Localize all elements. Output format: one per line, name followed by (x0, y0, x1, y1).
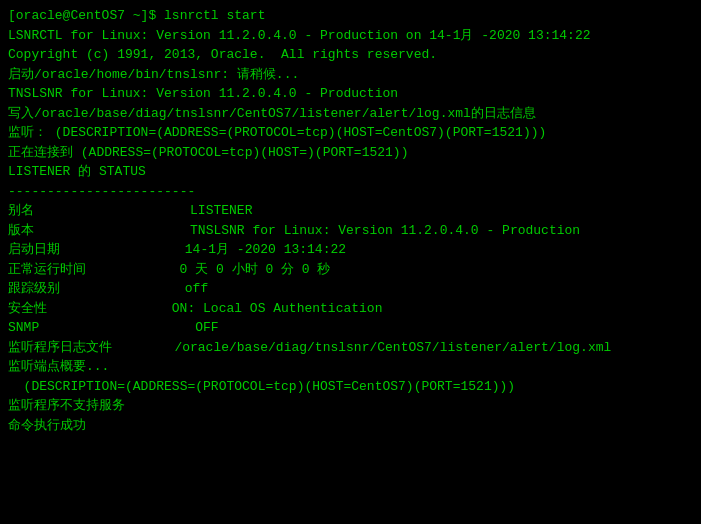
terminal-line-listen-desc: 监听： (DESCRIPTION=(ADDRESS=(PROTOCOL=tcp)… (8, 123, 693, 143)
terminal-line-connecting: 正在连接到 (ADDRESS=(PROTOCOL=tcp)(HOST=)(POR… (8, 143, 693, 163)
terminal-line-security-label: 安全性 ON: Local OS Authentication (8, 299, 693, 319)
terminal-line-startdate-label: 启动日期 14-1月 -2020 13:14:22 (8, 240, 693, 260)
terminal-line-starting: 启动/oracle/home/bin/tnslsnr: 请稍候... (8, 65, 693, 85)
terminal-line-copyright: Copyright (c) 1991, 2013, Oracle. All ri… (8, 45, 693, 65)
terminal-line-separator: ------------------------ (8, 182, 693, 202)
terminal-line-lsnrctl-version: LSNRCTL for Linux: Version 11.2.0.4.0 - … (8, 26, 693, 46)
terminal-line-snmp-label: SNMP OFF (8, 318, 693, 338)
terminal-line-no-services: 监听程序不支持服务 (8, 396, 693, 416)
terminal-line-endpoints-desc: (DESCRIPTION=(ADDRESS=(PROTOCOL=tcp)(HOS… (8, 377, 693, 397)
terminal-line-prompt: [oracle@CentOS7 ~]$ lsnrctl start (8, 6, 693, 26)
terminal-line-version-label: 版本 TNSLSNR for Linux: Version 11.2.0.4.0… (8, 221, 693, 241)
terminal-line-alias-label: 别名 LISTENER (8, 201, 693, 221)
terminal-line-listener-status: LISTENER 的 STATUS (8, 162, 693, 182)
terminal-line-logfile-label: 监听程序日志文件 /oracle/base/diag/tnslsnr/CentO… (8, 338, 693, 358)
terminal-line-log-write: 写入/oracle/base/diag/tnslsnr/CentOS7/list… (8, 104, 693, 124)
terminal-line-success: 命令执行成功 (8, 416, 693, 436)
terminal-line-tnslsnr-version: TNSLSNR for Linux: Version 11.2.0.4.0 - … (8, 84, 693, 104)
terminal-window: [oracle@CentOS7 ~]$ lsnrctl startLSNRCTL… (0, 0, 701, 524)
terminal-line-endpoints-label: 监听端点概要... (8, 357, 693, 377)
terminal-line-tracelevel-label: 跟踪级别 off (8, 279, 693, 299)
terminal-line-uptime-label: 正常运行时间 0 天 0 小时 0 分 0 秒 (8, 260, 693, 280)
